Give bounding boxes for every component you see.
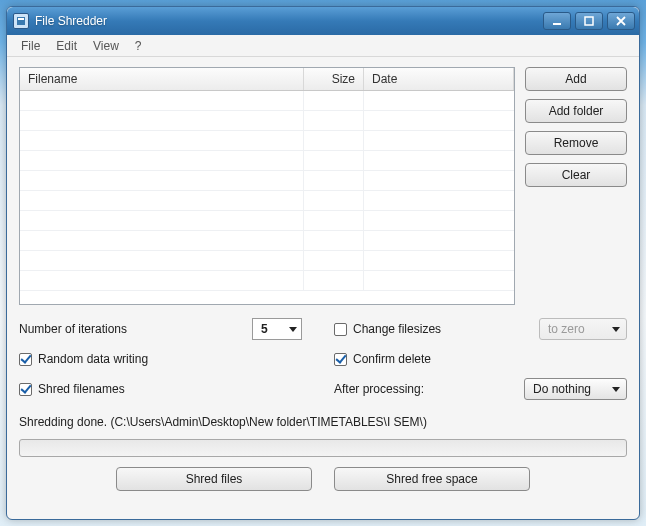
svg-rect-2 bbox=[553, 23, 561, 25]
file-list[interactable]: Filename Size Date bbox=[19, 67, 515, 305]
filesize-mode-value: to zero bbox=[548, 322, 585, 336]
menu-view[interactable]: View bbox=[85, 37, 127, 55]
random-data-label: Random data writing bbox=[38, 352, 148, 366]
iterations-input[interactable]: 5 bbox=[252, 318, 302, 340]
change-filesizes-label: Change filesizes bbox=[353, 322, 441, 336]
chevron-down-icon bbox=[612, 327, 620, 332]
menu-edit[interactable]: Edit bbox=[48, 37, 85, 55]
chevron-down-icon bbox=[612, 387, 620, 392]
after-processing-label: After processing: bbox=[334, 379, 524, 399]
status-text: Shredding done. (C:\Users\Admin\Desktop\… bbox=[19, 415, 627, 429]
maximize-button[interactable] bbox=[575, 12, 603, 30]
change-filesizes-checkbox[interactable] bbox=[334, 323, 347, 336]
column-header-size[interactable]: Size bbox=[304, 68, 364, 90]
confirm-delete-checkbox[interactable] bbox=[334, 353, 347, 366]
iterations-value: 5 bbox=[261, 322, 268, 336]
menu-help[interactable]: ? bbox=[127, 37, 150, 55]
svg-rect-3 bbox=[585, 17, 593, 25]
minimize-button[interactable] bbox=[543, 12, 571, 30]
clear-button[interactable]: Clear bbox=[525, 163, 627, 187]
close-button[interactable] bbox=[607, 12, 635, 30]
after-processing-value: Do nothing bbox=[533, 382, 591, 396]
random-data-checkbox[interactable] bbox=[19, 353, 32, 366]
confirm-delete-label: Confirm delete bbox=[353, 352, 431, 366]
menu-file[interactable]: File bbox=[13, 37, 48, 55]
iterations-label: Number of iterations bbox=[19, 319, 252, 339]
add-folder-button[interactable]: Add folder bbox=[525, 99, 627, 123]
titlebar: File Shredder bbox=[7, 7, 639, 35]
shred-filenames-label: Shred filenames bbox=[38, 382, 125, 396]
after-processing-select[interactable]: Do nothing bbox=[524, 378, 627, 400]
file-list-body bbox=[20, 91, 514, 304]
remove-button[interactable]: Remove bbox=[525, 131, 627, 155]
add-button[interactable]: Add bbox=[525, 67, 627, 91]
progress-bar bbox=[19, 439, 627, 457]
svg-rect-1 bbox=[18, 18, 24, 20]
chevron-down-icon bbox=[289, 327, 297, 332]
column-header-date[interactable]: Date bbox=[364, 68, 514, 90]
menubar: File Edit View ? bbox=[7, 35, 639, 57]
shred-free-space-button[interactable]: Shred free space bbox=[334, 467, 530, 491]
filesize-mode-select: to zero bbox=[539, 318, 627, 340]
column-header-filename[interactable]: Filename bbox=[20, 68, 304, 90]
shred-filenames-checkbox[interactable] bbox=[19, 383, 32, 396]
shred-files-button[interactable]: Shred files bbox=[116, 467, 312, 491]
window-title: File Shredder bbox=[35, 14, 543, 28]
app-icon bbox=[13, 13, 29, 29]
